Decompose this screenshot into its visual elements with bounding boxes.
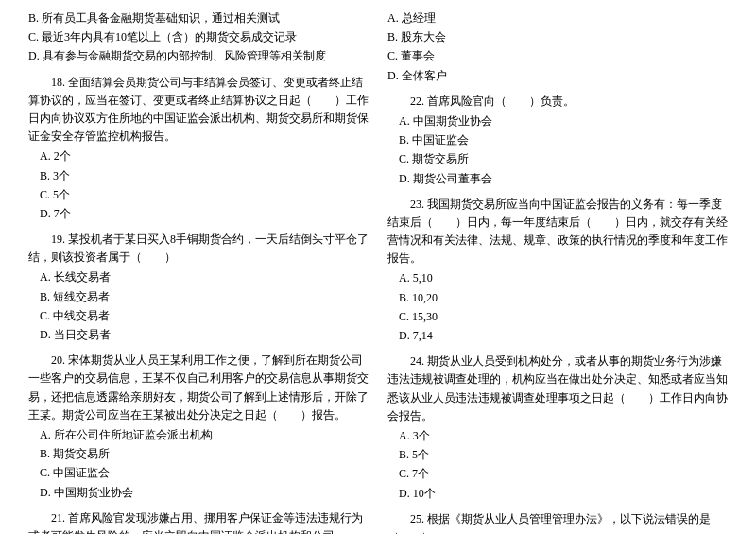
page-container: B. 所有员工具备金融期货基础知识，通过相关测试 C. 最近3年内具有10笔以上…: [28, 9, 728, 534]
question-18: 18. 全面结算会员期货公司与非结算会员签订、变更或者终止结算协议的，应当在签订…: [28, 74, 369, 224]
option-item: A. 长线交易者: [40, 268, 369, 286]
option-item: B. 中国证监会: [399, 131, 728, 149]
option-item: B. 3个: [40, 167, 369, 185]
question-24: 24. 期货从业人员受到机构处分，或者从事的期货业务行为涉嫌违法违规被调查处理的…: [387, 353, 728, 503]
question-text: 20. 宋体期货从业人员王某利用工作之便，了解到所在期货公司一些客户的交易信息，…: [28, 352, 369, 424]
option-item: C. 5个: [40, 186, 369, 204]
option-item: D. 中国期货业协会: [40, 484, 369, 502]
option-item: D. 期货公司董事会: [399, 170, 728, 188]
option-item: C. 董事会: [387, 47, 728, 65]
option-item: A. 2个: [40, 147, 369, 165]
option-item: A. 总经理: [387, 9, 728, 27]
option-item: D. 7个: [40, 205, 369, 223]
option-item: A. 中国期货业协会: [399, 112, 728, 130]
option-item: D. 全体客户: [387, 67, 728, 85]
options-23: A. 5,10 B. 10,20 C. 15,30 D. 7,14: [387, 269, 728, 345]
question-text: 19. 某投机者于某日买入8手铜期货合约，一天后结倒头寸平仓了结，则该投资者属于…: [28, 231, 369, 267]
option-item: D. 具有参与金融期货交易的内部控制、风险管理等相关制度: [28, 47, 369, 65]
question-text: 25. 根据《期货从业人员管理管理办法》，以下说法错误的是（ ）: [387, 510, 728, 534]
option-item: B. 10,20: [399, 289, 728, 307]
option-item: B. 短线交易者: [40, 288, 369, 306]
options-22: A. 中国期货业协会 B. 中国证监会 C. 期货交易所 D. 期货公司董事会: [387, 112, 728, 188]
option-item: B. 期货交易所: [40, 445, 369, 463]
prev-question-options-right: A. 总经理 B. 股东大会 C. 董事会 D. 全体客户: [387, 9, 728, 85]
options-20: A. 所在公司住所地证监会派出机构 B. 期货交易所 C. 中国证监会 D. 中…: [28, 426, 369, 502]
option-item: C. 最近3年内具有10笔以上（含）的期货交易成交记录: [28, 28, 369, 46]
question-text: 24. 期货从业人员受到机构处分，或者从事的期货业务行为涉嫌违法违规被调查处理的…: [387, 353, 728, 425]
option-item: A. 3个: [399, 427, 728, 445]
option-item: B. 所有员工具备金融期货基础知识，通过相关测试: [28, 9, 369, 27]
option-item: C. 中国证监会: [40, 464, 369, 482]
option-item: A. 5,10: [399, 269, 728, 287]
option-item: B. 股东大会: [387, 28, 728, 46]
question-text: 23. 我国期货交易所应当向中国证监会报告的义务有：每一季度结束后（ ）日内，每…: [387, 196, 728, 268]
question-21: 21. 首席风险官发现涉嫌占用、挪用客户保证金等违法违规行为或者可能发生风险的，…: [28, 509, 369, 534]
question-25: 25. 根据《期货从业人员管理管理办法》，以下说法错误的是（ ） A. 中国期货…: [387, 510, 728, 534]
option-item: C. 7个: [399, 465, 728, 483]
left-column: B. 所有员工具备金融期货基础知识，通过相关测试 C. 最近3年内具有10笔以上…: [28, 9, 369, 534]
options-18: A. 2个 B. 3个 C. 5个 D. 7个: [28, 147, 369, 223]
option-item: C. 中线交易者: [40, 307, 369, 325]
option-item: C. 期货交易所: [399, 150, 728, 168]
option-item: D. 当日交易者: [40, 326, 369, 344]
option-item: D. 10个: [399, 485, 728, 503]
option-item: A. 所在公司住所地证监会派出机构: [40, 426, 369, 444]
question-text: 18. 全面结算会员期货公司与非结算会员签订、变更或者终止结算协议的，应当在签订…: [28, 74, 369, 146]
option-item: B. 5个: [399, 446, 728, 464]
option-item: D. 7,14: [399, 327, 728, 345]
question-text: 22. 首席风险官向（ ）负责。: [387, 93, 728, 111]
two-column-layout: B. 所有员工具备金融期货基础知识，通过相关测试 C. 最近3年内具有10笔以上…: [28, 9, 728, 534]
options-19: A. 长线交易者 B. 短线交易者 C. 中线交易者 D. 当日交易者: [28, 268, 369, 344]
question-23: 23. 我国期货交易所应当向中国证监会报告的义务有：每一季度结束后（ ）日内，每…: [387, 196, 728, 346]
option-item: C. 15,30: [399, 308, 728, 326]
prev-question-options: B. 所有员工具备金融期货基础知识，通过相关测试 C. 最近3年内具有10笔以上…: [28, 9, 369, 66]
options-24: A. 3个 B. 5个 C. 7个 D. 10个: [387, 427, 728, 503]
question-19: 19. 某投机者于某日买入8手铜期货合约，一天后结倒头寸平仓了结，则该投资者属于…: [28, 231, 369, 344]
question-22: 22. 首席风险官向（ ）负责。 A. 中国期货业协会 B. 中国证监会 C. …: [387, 93, 728, 188]
right-column: A. 总经理 B. 股东大会 C. 董事会 D. 全体客户 22. 首席风险官向…: [387, 9, 728, 534]
question-text: 21. 首席风险官发现涉嫌占用、挪用客户保证金等违法违规行为或者可能发生风险的，…: [28, 509, 369, 534]
question-20: 20. 宋体期货从业人员王某利用工作之便，了解到所在期货公司一些客户的交易信息，…: [28, 352, 369, 502]
